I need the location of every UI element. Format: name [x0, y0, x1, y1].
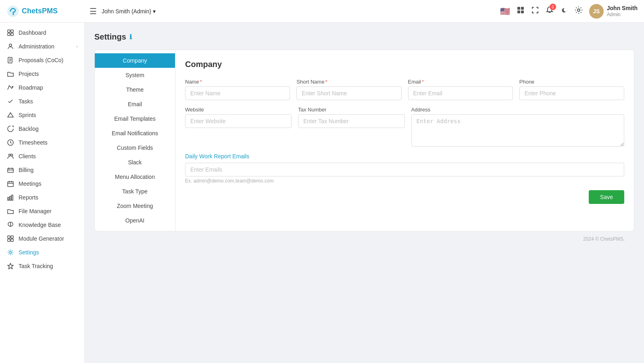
settings-nav-email-notifications[interactable]: Email Notifications [95, 126, 175, 141]
dark-mode-icon[interactable] [560, 6, 568, 16]
file-manager-icon [6, 208, 15, 214]
svg-point-35 [10, 252, 12, 254]
sidebar-item-administration[interactable]: Administration› [0, 40, 84, 53]
svg-point-1 [13, 14, 14, 15]
page-info-icon[interactable]: ℹ [129, 33, 132, 41]
fullscreen-icon[interactable] [531, 6, 539, 16]
knowledge-base-icon [6, 222, 15, 228]
svg-rect-34 [11, 239, 13, 241]
settings-nav-theme[interactable]: Theme [95, 82, 175, 97]
administration-arrow-icon: › [76, 44, 78, 49]
name-input[interactable] [185, 86, 290, 100]
svg-rect-28 [8, 197, 9, 200]
sidebar-item-proposals[interactable]: Proposals (CoCo) [0, 53, 84, 67]
administration-icon [6, 43, 15, 50]
sidebar-item-dashboard[interactable]: Dashboard [0, 26, 84, 40]
projects-icon [6, 71, 15, 77]
page-title-text: Settings [94, 32, 126, 42]
sidebar-item-backlog[interactable]: Backlog [0, 122, 84, 136]
svg-rect-3 [521, 7, 524, 10]
sidebar-item-knowledge-base[interactable]: Knowledge Base [0, 218, 84, 232]
settings-nav-openai[interactable]: OpenAI [95, 213, 175, 228]
sidebar-item-clients[interactable]: Clients [0, 149, 84, 163]
settings-nav-menu-allocation[interactable]: Menu Allocation [95, 170, 175, 184]
short-name-input[interactable] [296, 86, 401, 100]
phone-input[interactable] [519, 86, 624, 100]
settings-nav-task-type[interactable]: Task Type [95, 184, 175, 199]
sidebar-item-sprints[interactable]: Sprints [0, 108, 84, 122]
user-info: John Smith Admin [607, 4, 638, 18]
svg-marker-36 [8, 263, 13, 269]
sidebar-item-timesheets[interactable]: Timesheets [0, 136, 84, 149]
tasks-icon [6, 98, 15, 105]
sidebar-item-roadmap[interactable]: Roadmap [0, 81, 84, 94]
user-select-dropdown[interactable]: John Smith (Admin) ▾ [102, 8, 156, 15]
form-row-2: Website Tax Number Address [185, 107, 624, 147]
notification-badge: 0 [550, 4, 556, 10]
svg-rect-5 [521, 10, 524, 13]
settings-nav-company[interactable]: Company [95, 53, 175, 68]
email-input[interactable] [408, 86, 513, 100]
page-title: Settings ℹ [94, 32, 634, 42]
settings-nav-email-templates[interactable]: Email Templates [95, 111, 175, 126]
sidebar-item-label-dashboard: Dashboard [19, 29, 78, 36]
svg-rect-10 [11, 33, 13, 36]
main-content: Settings ℹ CompanySystemThemeEmailEmail … [85, 23, 644, 363]
sidebar-item-billing[interactable]: Billing [0, 163, 84, 177]
sidebar-item-meetings[interactable]: Meetings [0, 177, 84, 191]
daily-work-input[interactable] [185, 163, 624, 176]
settings-gear-icon[interactable] [575, 6, 583, 16]
sidebar-item-label-tasks: Tasks [19, 98, 78, 105]
sidebar-item-label-knowledge-base: Knowledge Base [19, 222, 78, 228]
settings-nav-zoom-meeting[interactable]: Zoom Meeting [95, 199, 175, 213]
address-input[interactable] [411, 114, 625, 147]
address-label: Address [411, 107, 625, 113]
sidebar-item-label-settings: Settings [19, 249, 78, 256]
sidebar-item-tasks[interactable]: Tasks [0, 94, 84, 108]
user-avatar-section[interactable]: JS John Smith Admin [589, 4, 638, 19]
svg-rect-9 [8, 33, 10, 36]
settings-nav-custom-fields[interactable]: Custom Fields [95, 141, 175, 155]
sidebar-item-module-generator[interactable]: Module Generator [0, 232, 84, 245]
sidebar-item-settings[interactable]: Settings [0, 245, 84, 259]
svg-rect-8 [11, 30, 13, 32]
settings-nav-email[interactable]: Email [95, 97, 175, 111]
save-button[interactable]: Save [589, 190, 624, 204]
dashboard-icon [6, 29, 15, 36]
svg-rect-31 [8, 236, 10, 238]
sidebar-item-label-roadmap: Roadmap [19, 84, 78, 91]
topnav-right: 🇺🇸 0 [500, 4, 638, 19]
form-group-email: Email* [408, 79, 513, 100]
form-group-address: Address [411, 107, 625, 147]
avatar-initials: JS [593, 8, 600, 15]
website-label: Website [185, 107, 292, 113]
svg-rect-4 [517, 10, 520, 13]
svg-rect-24 [8, 182, 13, 187]
sidebar-item-label-timesheets: Timesheets [19, 139, 78, 146]
sidebar-item-task-tracking[interactable]: Task Tracking [0, 259, 84, 273]
svg-rect-32 [11, 236, 13, 238]
form-group-website: Website [185, 107, 292, 147]
sidebar-item-reports[interactable]: Reports [0, 191, 84, 204]
svg-rect-33 [8, 239, 10, 241]
svg-rect-30 [12, 195, 13, 200]
notification-icon[interactable]: 0 [546, 6, 554, 16]
tax-input[interactable] [298, 114, 404, 128]
svg-marker-16 [8, 113, 13, 117]
email-label: Email* [408, 79, 513, 85]
form-group-short-name: Short Name* [296, 79, 401, 100]
logo[interactable]: ChetsPMS [6, 5, 83, 18]
settings-container: CompanySystemThemeEmailEmail TemplatesEm… [94, 50, 634, 231]
grid-apps-icon[interactable] [517, 6, 525, 16]
hamburger-button[interactable]: ☰ [90, 6, 97, 16]
svg-rect-7 [8, 30, 10, 32]
settings-nav-slack[interactable]: Slack [95, 155, 175, 170]
avatar: JS [589, 4, 604, 19]
website-input[interactable] [185, 114, 292, 128]
sidebar-item-projects[interactable]: Projects [0, 67, 84, 81]
svg-rect-2 [517, 7, 520, 10]
sidebar-item-label-module-generator: Module Generator [19, 235, 78, 242]
settings-nav-system[interactable]: System [95, 68, 175, 82]
language-flag-icon[interactable]: 🇺🇸 [500, 6, 510, 16]
sidebar-item-file-manager[interactable]: File Manager [0, 204, 84, 218]
